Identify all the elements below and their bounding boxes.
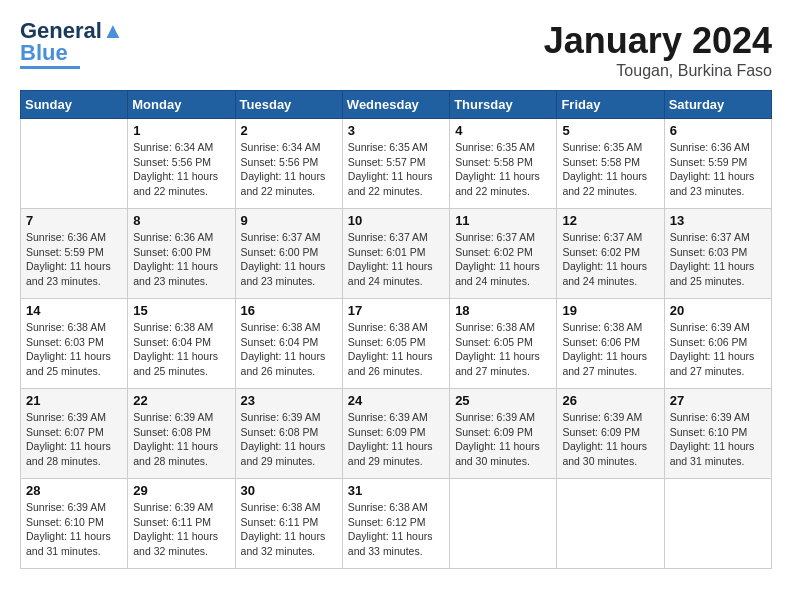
day-number: 22 (133, 393, 229, 408)
sunrise-text: Sunrise: 6:39 AM (670, 320, 766, 335)
daylight-text: Daylight: 11 hours and 33 minutes. (348, 529, 444, 558)
sunset-text: Sunset: 6:01 PM (348, 245, 444, 260)
weekday-header-wednesday: Wednesday (342, 91, 449, 119)
day-number: 15 (133, 303, 229, 318)
calendar-cell: 5 Sunrise: 6:35 AM Sunset: 5:58 PM Dayli… (557, 119, 664, 209)
day-info: Sunrise: 6:37 AM Sunset: 6:03 PM Dayligh… (670, 230, 766, 289)
sunset-text: Sunset: 6:02 PM (455, 245, 551, 260)
day-info: Sunrise: 6:39 AM Sunset: 6:10 PM Dayligh… (670, 410, 766, 469)
sunset-text: Sunset: 6:00 PM (241, 245, 337, 260)
day-info: Sunrise: 6:38 AM Sunset: 6:05 PM Dayligh… (348, 320, 444, 379)
weekday-header-sunday: Sunday (21, 91, 128, 119)
calendar-cell: 18 Sunrise: 6:38 AM Sunset: 6:05 PM Dayl… (450, 299, 557, 389)
sunrise-text: Sunrise: 6:37 AM (241, 230, 337, 245)
calendar-cell: 12 Sunrise: 6:37 AM Sunset: 6:02 PM Dayl… (557, 209, 664, 299)
day-number: 5 (562, 123, 658, 138)
sunset-text: Sunset: 6:11 PM (241, 515, 337, 530)
calendar-cell: 15 Sunrise: 6:38 AM Sunset: 6:04 PM Dayl… (128, 299, 235, 389)
sunset-text: Sunset: 6:05 PM (348, 335, 444, 350)
sunrise-text: Sunrise: 6:39 AM (26, 500, 122, 515)
daylight-text: Daylight: 11 hours and 31 minutes. (670, 439, 766, 468)
sunrise-text: Sunrise: 6:37 AM (455, 230, 551, 245)
day-info: Sunrise: 6:39 AM Sunset: 6:09 PM Dayligh… (562, 410, 658, 469)
weekday-header-thursday: Thursday (450, 91, 557, 119)
calendar-week-row: 7 Sunrise: 6:36 AM Sunset: 5:59 PM Dayli… (21, 209, 772, 299)
calendar-cell: 6 Sunrise: 6:36 AM Sunset: 5:59 PM Dayli… (664, 119, 771, 209)
day-number: 23 (241, 393, 337, 408)
daylight-text: Daylight: 11 hours and 25 minutes. (26, 349, 122, 378)
logo-text: General▲ (20, 20, 124, 42)
sunrise-text: Sunrise: 6:35 AM (348, 140, 444, 155)
sunrise-text: Sunrise: 6:38 AM (133, 320, 229, 335)
logo-blue-text: Blue (20, 42, 68, 64)
daylight-text: Daylight: 11 hours and 27 minutes. (562, 349, 658, 378)
calendar-cell: 25 Sunrise: 6:39 AM Sunset: 6:09 PM Dayl… (450, 389, 557, 479)
day-info: Sunrise: 6:38 AM Sunset: 6:04 PM Dayligh… (133, 320, 229, 379)
day-number: 2 (241, 123, 337, 138)
calendar-cell: 10 Sunrise: 6:37 AM Sunset: 6:01 PM Dayl… (342, 209, 449, 299)
calendar-cell: 13 Sunrise: 6:37 AM Sunset: 6:03 PM Dayl… (664, 209, 771, 299)
sunrise-text: Sunrise: 6:38 AM (26, 320, 122, 335)
day-info: Sunrise: 6:39 AM Sunset: 6:11 PM Dayligh… (133, 500, 229, 559)
calendar-cell (450, 479, 557, 569)
daylight-text: Daylight: 11 hours and 22 minutes. (241, 169, 337, 198)
sunrise-text: Sunrise: 6:39 AM (133, 500, 229, 515)
title-block: January 2024 Tougan, Burkina Faso (544, 20, 772, 80)
day-number: 3 (348, 123, 444, 138)
sunrise-text: Sunrise: 6:36 AM (670, 140, 766, 155)
daylight-text: Daylight: 11 hours and 27 minutes. (455, 349, 551, 378)
day-info: Sunrise: 6:35 AM Sunset: 5:58 PM Dayligh… (562, 140, 658, 199)
sunset-text: Sunset: 6:04 PM (241, 335, 337, 350)
sunrise-text: Sunrise: 6:34 AM (133, 140, 229, 155)
day-info: Sunrise: 6:39 AM Sunset: 6:10 PM Dayligh… (26, 500, 122, 559)
sunset-text: Sunset: 6:09 PM (455, 425, 551, 440)
daylight-text: Daylight: 11 hours and 28 minutes. (133, 439, 229, 468)
day-info: Sunrise: 6:39 AM Sunset: 6:08 PM Dayligh… (133, 410, 229, 469)
sunrise-text: Sunrise: 6:38 AM (562, 320, 658, 335)
daylight-text: Daylight: 11 hours and 22 minutes. (348, 169, 444, 198)
day-number: 24 (348, 393, 444, 408)
sunset-text: Sunset: 5:58 PM (562, 155, 658, 170)
sunset-text: Sunset: 6:10 PM (670, 425, 766, 440)
day-number: 10 (348, 213, 444, 228)
sunrise-text: Sunrise: 6:39 AM (241, 410, 337, 425)
sunset-text: Sunset: 6:05 PM (455, 335, 551, 350)
sunset-text: Sunset: 5:59 PM (670, 155, 766, 170)
day-number: 31 (348, 483, 444, 498)
day-number: 30 (241, 483, 337, 498)
day-info: Sunrise: 6:36 AM Sunset: 5:59 PM Dayligh… (670, 140, 766, 199)
sunset-text: Sunset: 6:08 PM (241, 425, 337, 440)
sunset-text: Sunset: 6:06 PM (562, 335, 658, 350)
sunset-text: Sunset: 6:12 PM (348, 515, 444, 530)
day-info: Sunrise: 6:35 AM Sunset: 5:57 PM Dayligh… (348, 140, 444, 199)
day-info: Sunrise: 6:38 AM Sunset: 6:04 PM Dayligh… (241, 320, 337, 379)
day-number: 7 (26, 213, 122, 228)
sunrise-text: Sunrise: 6:36 AM (133, 230, 229, 245)
day-number: 9 (241, 213, 337, 228)
day-info: Sunrise: 6:39 AM Sunset: 6:09 PM Dayligh… (348, 410, 444, 469)
sunset-text: Sunset: 5:58 PM (455, 155, 551, 170)
day-info: Sunrise: 6:39 AM Sunset: 6:08 PM Dayligh… (241, 410, 337, 469)
sunrise-text: Sunrise: 6:36 AM (26, 230, 122, 245)
daylight-text: Daylight: 11 hours and 25 minutes. (670, 259, 766, 288)
sunrise-text: Sunrise: 6:39 AM (348, 410, 444, 425)
day-info: Sunrise: 6:38 AM Sunset: 6:12 PM Dayligh… (348, 500, 444, 559)
calendar-cell: 3 Sunrise: 6:35 AM Sunset: 5:57 PM Dayli… (342, 119, 449, 209)
weekday-header-tuesday: Tuesday (235, 91, 342, 119)
calendar-cell: 14 Sunrise: 6:38 AM Sunset: 6:03 PM Dayl… (21, 299, 128, 389)
daylight-text: Daylight: 11 hours and 24 minutes. (455, 259, 551, 288)
sunrise-text: Sunrise: 6:38 AM (455, 320, 551, 335)
day-info: Sunrise: 6:38 AM Sunset: 6:05 PM Dayligh… (455, 320, 551, 379)
day-number: 6 (670, 123, 766, 138)
day-info: Sunrise: 6:38 AM Sunset: 6:11 PM Dayligh… (241, 500, 337, 559)
calendar-week-row: 1 Sunrise: 6:34 AM Sunset: 5:56 PM Dayli… (21, 119, 772, 209)
day-info: Sunrise: 6:39 AM Sunset: 6:07 PM Dayligh… (26, 410, 122, 469)
day-number: 25 (455, 393, 551, 408)
day-info: Sunrise: 6:37 AM Sunset: 6:00 PM Dayligh… (241, 230, 337, 289)
day-number: 13 (670, 213, 766, 228)
day-number: 16 (241, 303, 337, 318)
day-info: Sunrise: 6:37 AM Sunset: 6:02 PM Dayligh… (562, 230, 658, 289)
sunset-text: Sunset: 5:59 PM (26, 245, 122, 260)
sunrise-text: Sunrise: 6:38 AM (348, 500, 444, 515)
calendar-cell: 26 Sunrise: 6:39 AM Sunset: 6:09 PM Dayl… (557, 389, 664, 479)
